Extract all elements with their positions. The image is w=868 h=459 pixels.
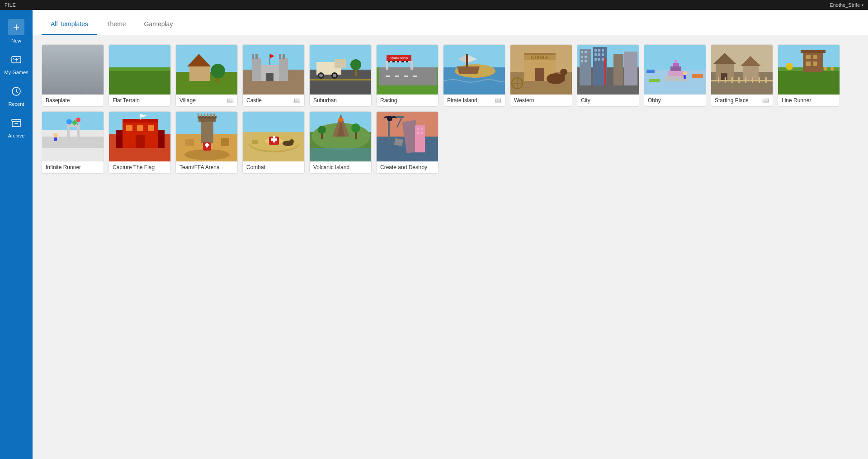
template-card-team-ffa[interactable]: Team/FFA Arena bbox=[175, 111, 238, 174]
svg-rect-142 bbox=[806, 55, 811, 59]
svg-rect-153 bbox=[77, 125, 80, 141]
main-layout: + New My Games Recent bbox=[0, 10, 868, 459]
svg-point-210 bbox=[318, 126, 326, 134]
svg-rect-23 bbox=[189, 65, 210, 81]
template-name-infinite-runner: Infinite Runner bbox=[46, 164, 81, 170]
svg-rect-65 bbox=[404, 76, 408, 77]
svg-rect-63 bbox=[386, 76, 390, 77]
file-menu[interactable]: FILE bbox=[5, 2, 16, 8]
template-name-pirate-island: Pirate Island bbox=[447, 97, 477, 104]
svg-point-147 bbox=[824, 67, 827, 71]
svg-rect-89 bbox=[580, 49, 591, 85]
svg-rect-167 bbox=[126, 125, 132, 131]
template-card-village[interactable]: Village 📖 bbox=[175, 44, 238, 107]
template-thumb-infinite-runner bbox=[42, 112, 104, 161]
template-card-obby[interactable]: Obby bbox=[644, 44, 706, 107]
svg-rect-144 bbox=[806, 62, 811, 66]
template-label-pirate-island: Pirate Island 📖 bbox=[443, 95, 505, 106]
template-card-pirate-island[interactable]: Pirate Island 📖 bbox=[443, 44, 505, 107]
template-card-city[interactable]: City bbox=[577, 44, 639, 107]
template-card-volcanic-island[interactable]: Volcanic Island bbox=[309, 111, 372, 174]
svg-rect-128 bbox=[711, 80, 773, 81]
template-card-racing[interactable]: Start/Finish Racing bbox=[376, 44, 439, 107]
template-card-create-destroy[interactable]: Create and Destroy bbox=[376, 111, 439, 174]
content-area: All Templates Theme Gameplay bbox=[33, 10, 868, 459]
sidebar-item-my-games[interactable]: My Games bbox=[0, 49, 33, 80]
svg-rect-55 bbox=[410, 61, 413, 70]
svg-point-157 bbox=[76, 118, 80, 122]
svg-rect-151 bbox=[42, 137, 104, 148]
svg-rect-177 bbox=[201, 118, 213, 143]
template-thumb-racing: Start/Finish bbox=[377, 45, 439, 95]
template-card-infinite-runner[interactable]: Infinite Runner bbox=[42, 111, 104, 174]
svg-rect-99 bbox=[602, 49, 604, 52]
svg-rect-141 bbox=[801, 50, 826, 53]
svg-rect-91 bbox=[585, 51, 587, 53]
svg-rect-136 bbox=[765, 77, 767, 83]
svg-rect-138 bbox=[778, 70, 840, 95]
template-card-flat-terrain[interactable]: Flat Terrain bbox=[108, 44, 171, 107]
template-grid: Baseplate Flat Terrain bbox=[42, 44, 859, 174]
svg-point-159 bbox=[72, 120, 77, 125]
svg-rect-19 bbox=[109, 70, 171, 95]
username-label: Enothe_Strife bbox=[830, 2, 860, 8]
tab-theme[interactable]: Theme bbox=[97, 14, 135, 35]
svg-rect-135 bbox=[759, 77, 760, 83]
sidebar-item-archive[interactable]: Archive bbox=[0, 112, 33, 144]
svg-rect-145 bbox=[813, 62, 817, 66]
svg-rect-182 bbox=[204, 114, 205, 117]
template-thumb-create-destroy bbox=[377, 112, 439, 161]
template-label-combat: Combat bbox=[243, 161, 304, 173]
template-card-baseplate[interactable]: Baseplate bbox=[42, 44, 104, 107]
svg-rect-152 bbox=[67, 125, 70, 141]
tab-all-templates[interactable]: All Templates bbox=[42, 14, 97, 35]
svg-rect-187 bbox=[185, 139, 194, 146]
template-card-line-runner[interactable]: Line Runner bbox=[778, 44, 840, 107]
svg-rect-113 bbox=[670, 66, 681, 71]
template-name-suburban: Suburban bbox=[313, 97, 337, 104]
svg-point-1 bbox=[13, 58, 14, 59]
sidebar-item-my-games-label: My Games bbox=[4, 70, 28, 75]
template-label-volcanic-island: Volcanic Island bbox=[310, 161, 371, 173]
svg-point-146 bbox=[786, 63, 793, 70]
svg-point-208 bbox=[338, 118, 344, 122]
new-icon: + bbox=[8, 19, 24, 35]
template-label-baseplate: Baseplate bbox=[42, 95, 104, 106]
castle-book-icon: 📖 bbox=[294, 97, 301, 104]
template-name-obby: Obby bbox=[648, 97, 661, 104]
sidebar-item-recent[interactable]: Recent bbox=[0, 80, 33, 112]
svg-rect-42 bbox=[335, 59, 346, 68]
svg-rect-94 bbox=[581, 60, 583, 62]
template-card-western[interactable]: STABLE bbox=[510, 44, 572, 107]
template-name-baseplate: Baseplate bbox=[46, 97, 70, 104]
svg-rect-90 bbox=[581, 51, 583, 53]
svg-rect-116 bbox=[649, 79, 660, 82]
svg-rect-100 bbox=[594, 53, 597, 56]
svg-rect-112 bbox=[668, 71, 684, 76]
tab-gameplay[interactable]: Gameplay bbox=[135, 14, 182, 35]
template-card-suburban[interactable]: Suburban bbox=[309, 44, 372, 107]
tab-bar: All Templates Theme Gameplay bbox=[33, 10, 868, 35]
svg-rect-221 bbox=[421, 132, 423, 134]
template-label-suburban: Suburban bbox=[310, 95, 371, 106]
template-label-obby: Obby bbox=[644, 95, 706, 106]
archive-icon bbox=[11, 118, 22, 130]
template-card-starting-place[interactable]: Starting Place 📖 bbox=[711, 44, 773, 107]
svg-rect-97 bbox=[594, 49, 597, 52]
template-card-capture-flag[interactable]: Capture The Flag bbox=[108, 111, 171, 174]
svg-rect-80 bbox=[535, 68, 544, 81]
svg-rect-64 bbox=[395, 76, 399, 77]
svg-point-148 bbox=[830, 67, 834, 71]
sidebar-item-new[interactable]: + New bbox=[0, 14, 33, 49]
svg-point-46 bbox=[333, 74, 336, 77]
svg-rect-107 bbox=[613, 54, 623, 85]
template-card-castle[interactable]: Castle 📖 bbox=[242, 44, 305, 107]
pirate-island-book-icon: 📖 bbox=[495, 97, 501, 104]
template-card-combat[interactable]: Combat bbox=[242, 111, 305, 174]
svg-rect-185 bbox=[213, 114, 215, 117]
svg-rect-173 bbox=[116, 130, 123, 148]
recent-icon bbox=[11, 86, 22, 99]
user-menu[interactable]: Enothe_Strife ▾ bbox=[830, 2, 863, 8]
template-thumb-obby bbox=[644, 45, 706, 95]
svg-rect-54 bbox=[386, 61, 388, 70]
